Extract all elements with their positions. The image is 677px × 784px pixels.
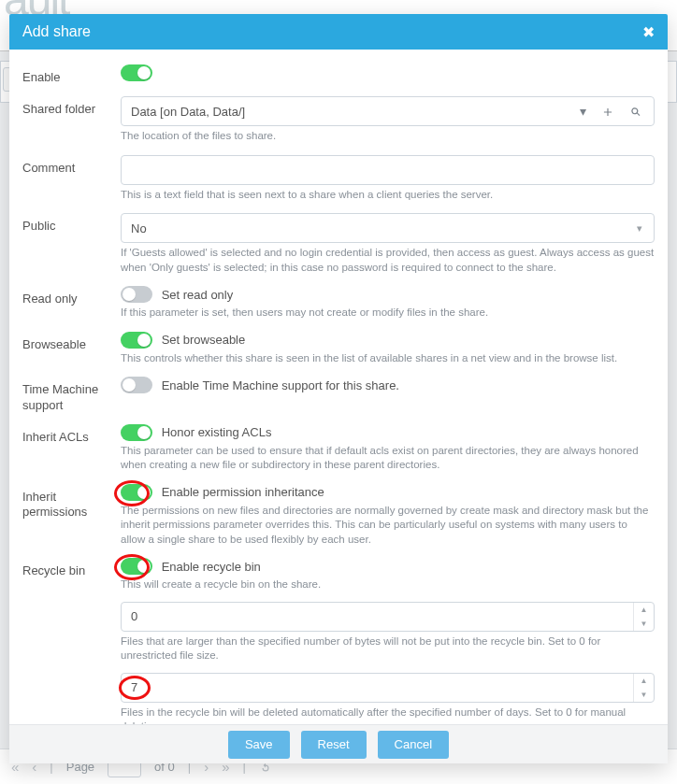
browseable-toggle[interactable] (121, 332, 152, 349)
browseable-help: This controls whether this share is seen… (121, 351, 655, 366)
enable-label: Enable (22, 64, 121, 85)
timemachine-toggle-label: Enable Time Machine support for this sha… (162, 378, 399, 392)
timemachine-label: Time Machine support (22, 377, 121, 413)
inherit-acls-label: Inherit ACLs (22, 424, 121, 473)
cancel-button[interactable]: Cancel (378, 731, 449, 759)
chevron-down-icon[interactable]: ▾ (626, 222, 654, 235)
recyclebin-label: Recycle bin (22, 558, 121, 724)
inherit-acls-toggle-label: Honor existing ACLs (162, 425, 272, 439)
shared-folder-value: Data [on Data, Data/] (122, 105, 569, 119)
comment-input[interactable] (122, 156, 654, 184)
search-icon[interactable] (629, 104, 642, 119)
spinner-down-icon[interactable]: ▼ (634, 688, 654, 702)
dialog-header: Add share ✖ (9, 14, 668, 50)
inherit-perms-toggle[interactable] (121, 484, 152, 501)
shared-folder-label: Shared folder (22, 96, 121, 144)
close-icon[interactable]: ✖ (642, 23, 655, 41)
inherit-perms-label: Inherit permissions (22, 484, 121, 548)
recycle-maxage-help: Files in the recycle bin will be deleted… (121, 706, 655, 724)
save-button[interactable]: Save (228, 731, 290, 759)
public-select[interactable]: No ▾ (121, 213, 655, 243)
recyclebin-toggle[interactable] (121, 558, 152, 575)
recyclebin-help: This will create a recycle bin on the sh… (121, 577, 655, 592)
public-label: Public (22, 213, 121, 275)
readonly-help: If this parameter is set, then users may… (121, 306, 655, 321)
reset-button[interactable]: Reset (301, 731, 367, 759)
plus-icon[interactable] (601, 104, 614, 119)
readonly-toggle-label: Set read only (162, 288, 234, 302)
spinner-down-icon[interactable]: ▼ (634, 617, 654, 631)
enable-toggle[interactable] (121, 64, 152, 81)
dialog-title: Add share (22, 23, 91, 40)
public-help: If 'Guests allowed' is selected and no l… (121, 246, 655, 275)
readonly-label: Read only (22, 286, 121, 321)
inherit-acls-toggle[interactable] (121, 424, 152, 441)
recycle-maxage-input[interactable] (122, 674, 633, 702)
browseable-label: Browseable (22, 332, 121, 366)
inherit-perms-help: The permissions on new files and directo… (121, 504, 655, 548)
chevron-down-icon[interactable]: ▾ (580, 104, 586, 119)
recycle-maxsize-field[interactable]: ▲▼ (121, 602, 655, 632)
spinner-up-icon[interactable]: ▲ (634, 603, 654, 617)
dialog-footer: Save Reset Cancel (9, 724, 668, 763)
shared-folder-help: The location of the files to share. (121, 129, 655, 144)
timemachine-toggle[interactable] (121, 377, 152, 393)
add-share-dialog: Add share ✖ Enable Shared folder Data [o… (9, 14, 668, 763)
comment-label: Comment (22, 155, 121, 203)
inherit-acls-help: This parameter can be used to ensure tha… (121, 444, 655, 473)
comment-help: This is a text field that is seen next t… (121, 188, 655, 203)
recycle-maxage-field[interactable]: ▲▼ (121, 673, 655, 703)
spinner-up-icon[interactable]: ▲ (634, 674, 654, 688)
browseable-toggle-label: Set browseable (162, 333, 246, 347)
public-value: No (122, 221, 626, 235)
recyclebin-toggle-label: Enable recycle bin (162, 560, 261, 574)
recycle-maxsize-input[interactable] (122, 603, 633, 631)
comment-field[interactable] (121, 155, 655, 185)
recycle-maxsize-help: Files that are larger than the specified… (121, 634, 655, 663)
shared-folder-combo[interactable]: Data [on Data, Data/] ▾ (121, 96, 655, 126)
readonly-toggle[interactable] (121, 286, 152, 303)
inherit-perms-toggle-label: Enable permission inheritance (162, 485, 324, 499)
